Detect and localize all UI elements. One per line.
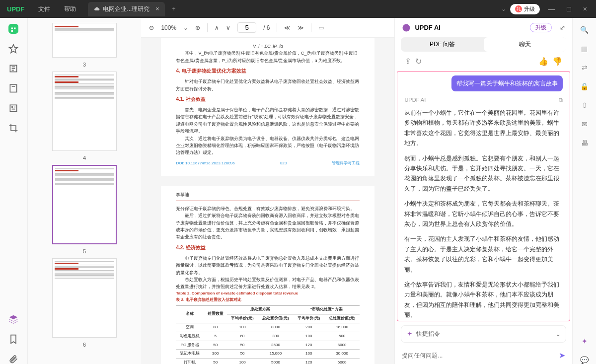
ai-upgrade-button[interactable]: 升级 (530, 23, 552, 32)
svg-rect-0 (11, 28, 13, 30)
chevron-down-icon[interactable]: ⌄ (501, 5, 506, 12)
paragraph: 最后，通过扩展符合电子废弃物资质的回收商资源入回收商库，并建立数学模型对各类电子… (176, 212, 360, 241)
thumbnail-page[interactable] (52, 258, 117, 338)
chat-input[interactable] (402, 352, 555, 359)
thumbnail-panel: 3 4 5 6 (28, 18, 142, 364)
refresh-icon[interactable]: ↻ (415, 57, 422, 66)
table-caption: 表 2. 电子废弃物总处置收入估算对比 (176, 297, 360, 303)
export-icon[interactable]: ⇧ (582, 101, 588, 109)
ai-message: 从前有一个小蜗牛，它住在一个美丽的花园里。花园里有许多动物和植物，每天都有许多游… (404, 108, 563, 321)
copy-icon[interactable]: ⧉ (559, 95, 563, 105)
formula: V_i = ΣC_iP_iα (176, 43, 360, 50)
ai-flower-icon[interactable]: ✦ (582, 337, 588, 345)
svg-rect-5 (10, 105, 17, 111)
next-page-button[interactable]: ∨ (226, 24, 230, 31)
present-icon[interactable]: ▭ (318, 24, 324, 31)
paragraph: 其次，通过将电子废弃物分类为电子设备、电器设备、仪器仪表共并分类标包，这是电网企… (176, 135, 360, 156)
menu-help[interactable]: 帮助 (57, 5, 83, 13)
thumbnail-page[interactable] (52, 72, 117, 151)
upgrade-button[interactable]: 礼 升级 (510, 4, 540, 14)
svg-rect-1 (14, 28, 16, 30)
thumbnails-tool[interactable] (8, 24, 18, 34)
svg-rect-4 (10, 85, 17, 92)
app-logo: UPDF (0, 5, 31, 13)
tab-title: 电网企业...理研究 (103, 5, 149, 13)
heading: 4.1. 社会效益 (176, 95, 360, 103)
table-caption: Table 2. Comparison of e-waste estimated… (176, 291, 360, 297)
tab-pdf-qa[interactable]: PDF 问答 (401, 37, 483, 52)
ocr-icon[interactable]: ▦ (581, 45, 588, 53)
paragraph: 充分保证电子废弃物的绿色、合规处置，有效减少废弃物排放，避免资源浪费和环境污染。 (176, 205, 360, 212)
author: 李慕迪 (176, 191, 360, 201)
form-icon[interactable] (8, 103, 18, 113)
mail-icon[interactable]: ✉ (582, 120, 588, 128)
thumb-label: 6 (83, 342, 86, 348)
document-tab[interactable]: 电网企业...理研究 × (88, 2, 165, 16)
user-message: 帮我写一篇关于蜗牛和茶杯的寓言故事 (451, 75, 563, 91)
zoom-dropdown-icon[interactable]: ⌄ (183, 24, 188, 31)
page-number: 823 (280, 160, 287, 167)
maximize-button[interactable]: □ (563, 5, 575, 13)
zoom-level: 100% (161, 24, 176, 31)
text-tool-icon[interactable] (8, 64, 18, 73)
thumbs-down-icon[interactable]: 👎 (552, 57, 562, 66)
tab-chat[interactable]: 聊天 (484, 37, 566, 52)
print-icon[interactable]: 🖶 (581, 139, 588, 147)
zoom-in-button[interactable]: ⊕ (195, 24, 200, 31)
send-button[interactable]: ➤ (559, 351, 565, 360)
paragraph: 首先，电网企业是属于保密单位，电子产品内部是存储着大量的涉密数据，通过对涉密数据… (176, 106, 360, 135)
cloud-icon (94, 6, 100, 12)
ai-title: UPDF AI (415, 24, 441, 31)
pdf-page: V_i = ΣC_iP_iα 其中，V_i为电子废弃物类别i中废旧有色金属/贵金… (161, 38, 374, 176)
lock-icon[interactable]: 🔒 (580, 82, 589, 90)
sparkle-icon (406, 331, 413, 338)
thumb-label: 4 (83, 155, 86, 161)
bookmark-icon[interactable] (8, 83, 18, 93)
crop-icon[interactable] (8, 123, 18, 133)
paragraph: 其中，V_i为电子废弃物类别i中废旧有色金属/贵金属价值，C_i为电子废弃物类别… (176, 50, 360, 64)
paragraph: 总处置收入方面，根据历史平均处置数量及价值测算，对电子产品、电器产品和仪器仪表处… (176, 276, 360, 291)
layers-icon[interactable] (8, 314, 18, 324)
heading: 4.2. 经济效益 (176, 244, 360, 252)
page-total: / 6 (263, 24, 270, 31)
svg-point-6 (12, 107, 13, 108)
close-tab-icon[interactable]: × (155, 5, 159, 12)
ai-logo-icon (402, 23, 411, 32)
page-input[interactable] (237, 22, 256, 33)
upgrade-label: 升级 (524, 5, 535, 13)
expand-icon[interactable]: ⤢ (560, 24, 565, 31)
ribbon-icon[interactable] (8, 334, 18, 344)
journal-name: 管理科学与工程 (332, 160, 360, 167)
thumbnail-page[interactable] (52, 165, 117, 244)
thumbnail-page[interactable] (52, 23, 117, 58)
pdf-page: 李慕迪 充分保证电子废弃物的绿色、合规处置，有效减少废弃物排放，避免资源浪费和环… (161, 186, 374, 364)
convert-icon[interactable]: ⇄ (582, 64, 588, 72)
first-page-button[interactable]: ≪ (284, 24, 291, 31)
search-icon[interactable]: 🔍 (580, 26, 589, 34)
chevron-down-icon[interactable]: ⌄ (556, 331, 561, 338)
last-page-button[interactable]: ≫ (298, 24, 304, 31)
prev-page-button[interactable]: ∧ (215, 24, 219, 31)
ai-sender-label: UPDF AI⧉ (404, 95, 563, 105)
attachment-icon[interactable] (8, 354, 18, 364)
paragraph: 针对电子废弃物专门化处置优化方案效益将从电子废弃物回收处置社会效益、经济效益两方… (176, 78, 360, 92)
doi-link[interactable]: DOI: 10.12677/mse.2023.126096 (176, 160, 234, 167)
quick-label: 快捷指令 (416, 330, 440, 338)
comment-icon[interactable]: 💬 (580, 356, 589, 364)
data-table: 名称处置数量原处置方案"市场化处置" 方案 平均单价(元)总处置价值(元)平均单… (176, 305, 360, 364)
highlighter-icon[interactable] (8, 44, 18, 54)
quick-commands[interactable]: 快捷指令 ⌄ (401, 325, 566, 343)
svg-point-7 (403, 24, 410, 31)
menu-file[interactable]: 文件 (31, 5, 57, 13)
new-tab-button[interactable]: + (172, 5, 175, 12)
minimize-button[interactable]: — (544, 5, 559, 13)
thumb-label: 5 (83, 248, 86, 254)
gift-icon: 礼 (515, 5, 522, 12)
close-button[interactable]: × (579, 5, 591, 13)
zoom-out-button[interactable]: ⊖ (149, 24, 154, 31)
thumb-label: 3 (83, 62, 86, 68)
thumbs-up-icon[interactable]: 👍 (538, 57, 548, 66)
paragraph: 电子废弃物专门化处置经济效益将从电子废弃物总处置收入及总成本支出费用两方面进行衡… (176, 255, 360, 276)
share-icon[interactable]: ⇪ (405, 57, 411, 66)
svg-rect-2 (11, 30, 13, 32)
